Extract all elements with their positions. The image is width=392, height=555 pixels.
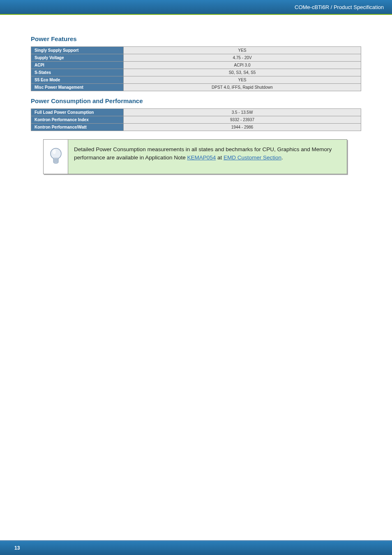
note-link-kemap054[interactable]: KEMAP054 xyxy=(187,154,216,161)
svg-point-0 xyxy=(51,148,61,159)
table-row: S-States S0, S3, S4, S5 xyxy=(31,69,361,76)
row-value: ACPI 3.0 xyxy=(124,62,361,69)
svg-point-1 xyxy=(53,149,56,154)
svg-rect-3 xyxy=(53,161,58,161)
row-value: YES xyxy=(124,76,361,84)
power-consumption-title: Power Consumption and Performance xyxy=(31,97,361,104)
row-label: Singly Supply Support xyxy=(31,47,124,54)
row-label: ACPI xyxy=(31,62,124,69)
row-value: 9332 - 23937 xyxy=(124,116,361,124)
table-row: ACPI ACPI 3.0 xyxy=(31,62,361,69)
table-row: Supply Voltage 4.75 - 20V xyxy=(31,54,361,62)
note-icon-cell xyxy=(44,140,68,174)
row-label: Kontron Performance/Watt xyxy=(31,124,124,131)
power-consumption-table: Full Load Power Consumption 3.5 - 13.5W … xyxy=(31,108,361,131)
svg-rect-4 xyxy=(53,162,58,162)
row-value: 1944 - 2986 xyxy=(124,124,361,131)
note-suffix: . xyxy=(281,154,283,161)
table-row: Misc Power Management DPST 4.0, iFFS, Ra… xyxy=(31,84,361,91)
row-label: Full Load Power Consumption xyxy=(31,109,124,116)
row-value: 4.75 - 20V xyxy=(124,54,361,62)
power-features-title: Power Features xyxy=(31,35,361,42)
page-footer: 13 xyxy=(0,540,392,555)
note-text: Detailed Power Consumption measurements … xyxy=(68,140,347,174)
breadcrumb: COMe-cBTi6R / Product Specification xyxy=(295,4,384,10)
table-row: Kontron Performance Index 9332 - 23937 xyxy=(31,116,361,124)
power-features-table: Singly Supply Support YES Supply Voltage… xyxy=(31,46,361,91)
row-label: S5 Eco Mode xyxy=(31,76,124,84)
row-label: Supply Voltage xyxy=(31,54,124,62)
row-value: YES xyxy=(124,47,361,54)
note-link-emd[interactable]: EMD Customer Section xyxy=(224,154,281,161)
row-label: S-States xyxy=(31,69,124,76)
row-label: Misc Power Management xyxy=(31,84,124,91)
row-value: DPST 4.0, iFFS, Rapid Shutdown xyxy=(124,84,361,91)
row-label: Kontron Performance Index xyxy=(31,116,124,124)
note-middle: at xyxy=(216,154,224,161)
table-row: Kontron Performance/Watt 1944 - 2986 xyxy=(31,124,361,131)
table-row: Full Load Power Consumption 3.5 - 13.5W xyxy=(31,109,361,116)
table-row: Singly Supply Support YES xyxy=(31,47,361,54)
page-header: COMe-cBTi6R / Product Specification xyxy=(0,0,392,15)
row-value: 3.5 - 13.5W xyxy=(124,109,361,116)
lightbulb-icon xyxy=(48,147,63,168)
main-content: Power Features Singly Supply Support YES… xyxy=(0,15,392,174)
page-number: 13 xyxy=(14,545,20,551)
svg-rect-2 xyxy=(53,159,58,160)
row-value: S0, S3, S4, S5 xyxy=(124,69,361,76)
table-row: S5 Eco Mode YES xyxy=(31,76,361,84)
note-box: Detailed Power Consumption measurements … xyxy=(43,139,347,174)
